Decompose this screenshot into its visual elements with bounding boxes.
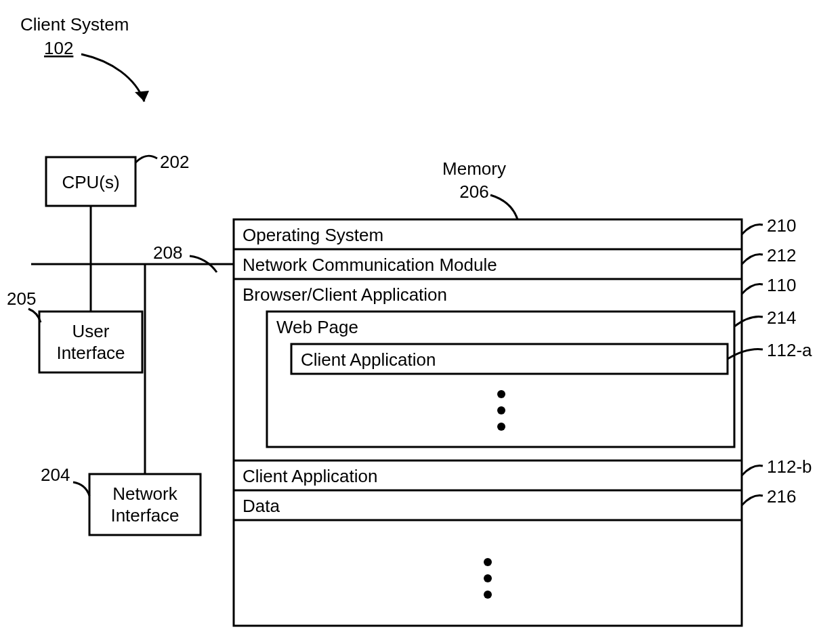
hook-110 [742, 284, 763, 294]
hook-216 [742, 496, 763, 505]
memory-label: Memory [442, 158, 506, 179]
title-arrow [81, 54, 144, 102]
dots-memory-1 [484, 558, 492, 566]
hook-212 [742, 255, 763, 264]
ni-ref: 204 [41, 465, 70, 485]
hook-112b [742, 466, 763, 475]
row-webpage: Web Page [276, 317, 358, 337]
ref-110: 110 [767, 275, 796, 295]
ni-label-2: Interface [110, 505, 179, 526]
hook-210 [742, 225, 763, 234]
dots-memory-2 [484, 574, 492, 582]
ref-112a: 112-a [767, 340, 812, 360]
dots-webpage-1 [497, 390, 505, 398]
row-client-app-inner: Client Application [301, 349, 436, 370]
ui-label-1: User [72, 321, 110, 341]
title-arrow-head [135, 91, 149, 102]
hook-214 [734, 317, 763, 326]
ref-112b: 112-b [767, 456, 812, 477]
ni-label-1: Network [112, 484, 177, 504]
cpu-label: CPU(s) [62, 172, 119, 192]
ref-212: 212 [767, 245, 796, 265]
ui-ref: 205 [7, 288, 36, 309]
ref-210: 210 [767, 215, 796, 236]
ni-ref-hook [73, 482, 89, 496]
ui-label-2: Interface [56, 343, 125, 363]
dots-memory-3 [484, 591, 492, 599]
client-system-diagram: Client System 102 CPU(s) 202 208 User In… [0, 0, 840, 642]
memory-ref-hook [490, 195, 518, 219]
row-ncm: Network Communication Module [243, 255, 497, 275]
cpu-ref: 202 [160, 152, 189, 172]
row-client-app-outer: Client Application [243, 466, 377, 486]
dots-webpage-2 [497, 406, 505, 414]
diagram-title: Client System [20, 14, 129, 35]
title-ref: 102 [44, 38, 73, 58]
cpu-ref-hook [135, 156, 157, 163]
hook-112a [728, 349, 763, 359]
row-os: Operating System [243, 225, 383, 245]
bus-ref: 208 [153, 242, 182, 263]
row-bca: Browser/Client Application [243, 284, 447, 305]
ref-216: 216 [767, 486, 796, 507]
ref-214: 214 [767, 307, 796, 328]
memory-ref: 206 [459, 181, 488, 202]
dots-webpage-3 [497, 423, 505, 431]
row-data: Data [243, 496, 280, 516]
